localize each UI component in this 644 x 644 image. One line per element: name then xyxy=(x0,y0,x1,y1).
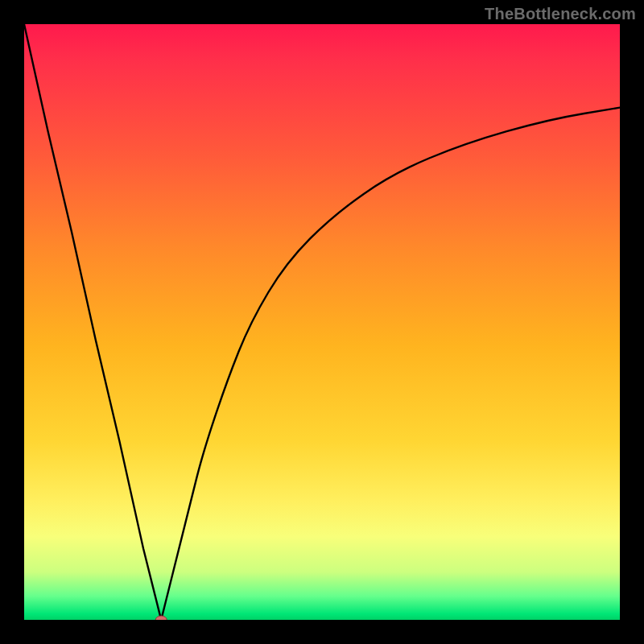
minimum-marker xyxy=(155,616,167,620)
chart-frame: TheBottleneck.com xyxy=(0,0,644,644)
branding-text: TheBottleneck.com xyxy=(485,5,636,23)
curve-layer xyxy=(24,24,620,620)
curve-path xyxy=(24,24,620,620)
plot-area xyxy=(24,24,620,620)
